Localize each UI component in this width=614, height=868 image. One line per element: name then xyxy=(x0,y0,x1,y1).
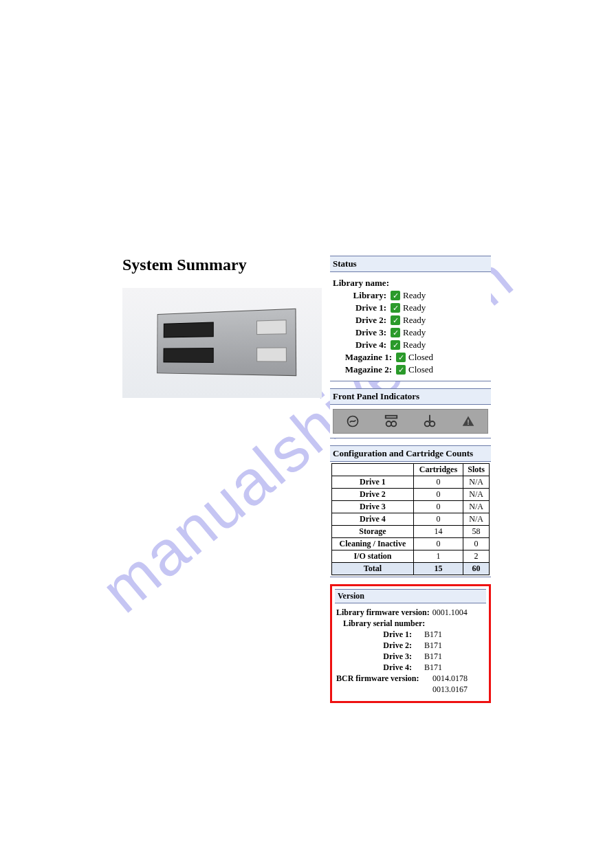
table-row: Storage1458 xyxy=(332,526,490,538)
config-col-slots: Slots xyxy=(463,464,490,476)
status-panel: Status Library name: Library: ✓ Ready Dr… xyxy=(330,256,491,381)
lib-fw-row: Library firmware version: 0001.1004 xyxy=(336,608,485,618)
lib-serial-label: Library serial number: xyxy=(343,619,425,629)
version-drive-row: Drive 3:B171 xyxy=(364,652,485,662)
front-panel-indicators-panel: Front Panel Indicators xyxy=(330,388,491,438)
config-panel: Configuration and Cartridge Counts Cartr… xyxy=(330,445,491,577)
table-row: Drive 30N/A xyxy=(332,501,490,513)
check-icon: ✓ xyxy=(391,340,400,350)
bcr-fw-row: BCR firmware version: 0014.0178 xyxy=(336,674,485,684)
svg-point-7 xyxy=(429,420,431,422)
lib-serial-row: Library serial number: xyxy=(336,619,485,629)
table-row: Cleaning / Inactive00 xyxy=(332,538,490,550)
bcr-fw-label: BCR firmware version: xyxy=(336,674,432,684)
activity-icon xyxy=(422,414,437,429)
status-row: Drive 3: ✓ Ready xyxy=(333,327,488,338)
svg-point-6 xyxy=(430,421,435,426)
version-drive-row: Drive 1:B171 xyxy=(364,630,485,640)
status-row: Drive 2: ✓ Ready xyxy=(333,315,488,326)
table-row: Drive 40N/A xyxy=(332,513,490,526)
status-value: Ready xyxy=(403,302,426,313)
status-key: Library: xyxy=(333,290,391,301)
bcr-fw-value: 0014.0178 xyxy=(432,674,468,684)
status-row: Magazine 1: ✓ Closed xyxy=(333,352,488,363)
system-summary-page: System Summary Status Library name: Libr… xyxy=(122,256,491,703)
status-row: Magazine 2: ✓ Closed xyxy=(333,364,488,375)
page-title: System Summary xyxy=(122,256,322,274)
check-icon: ✓ xyxy=(391,328,400,337)
library-name-label: Library name: xyxy=(333,278,389,289)
status-row: Drive 4: ✓ Ready xyxy=(333,340,488,350)
table-row: I/O station12 xyxy=(332,550,490,563)
table-row: Drive 20N/A xyxy=(332,489,490,501)
version-panel: Version Library firmware version: 0001.1… xyxy=(330,584,491,703)
config-table: Cartridges Slots Drive 10N/A Drive 20N/A… xyxy=(331,463,490,575)
svg-rect-9 xyxy=(468,423,469,425)
status-header: Status xyxy=(330,256,491,272)
check-icon: ✓ xyxy=(391,303,400,313)
status-value: Closed xyxy=(408,364,433,375)
tape-icon xyxy=(384,414,399,429)
front-panel-header: Front Panel Indicators xyxy=(330,389,491,405)
warning-icon xyxy=(461,414,476,429)
check-icon: ✓ xyxy=(391,291,400,300)
check-icon: ✓ xyxy=(396,365,406,375)
status-row: Drive 1: ✓ Ready xyxy=(333,302,488,313)
status-key: Drive 2: xyxy=(333,315,391,326)
status-value: Ready xyxy=(403,315,426,326)
status-row: Library: ✓ Ready xyxy=(333,290,488,301)
status-value: Ready xyxy=(403,290,426,301)
bcr-fw-value-2: 0013.0167 xyxy=(432,685,468,695)
version-header: Version xyxy=(335,589,486,603)
svg-point-3 xyxy=(391,421,396,426)
version-drive-row: Drive 2:B171 xyxy=(364,641,485,651)
device-image xyxy=(122,288,322,398)
config-header: Configuration and Cartridge Counts xyxy=(330,446,491,462)
table-row: Drive 10N/A xyxy=(332,476,490,489)
status-value: Ready xyxy=(403,327,426,338)
power-icon xyxy=(345,414,360,429)
status-key: Drive 3: xyxy=(333,327,391,338)
config-col-blank xyxy=(332,464,414,476)
indicator-row xyxy=(333,409,488,434)
version-drive-row: Drive 4:B171 xyxy=(364,663,485,673)
status-key: Drive 4: xyxy=(333,340,391,350)
status-key: Magazine 1: xyxy=(333,352,396,363)
lib-fw-value: 0001.1004 xyxy=(432,608,468,618)
status-key: Drive 1: xyxy=(333,302,391,313)
svg-point-2 xyxy=(386,421,391,426)
check-icon: ✓ xyxy=(396,353,406,362)
svg-rect-1 xyxy=(386,416,397,419)
lib-fw-label: Library firmware version: xyxy=(336,608,432,618)
svg-rect-8 xyxy=(468,420,469,423)
table-row-total: Total1560 xyxy=(332,563,490,575)
config-col-cartridges: Cartridges xyxy=(413,464,463,476)
svg-point-5 xyxy=(425,421,430,426)
bcr-fw-row-2: 0013.0167 xyxy=(336,685,485,695)
status-value: Closed xyxy=(408,352,433,363)
check-icon: ✓ xyxy=(391,315,400,325)
status-value: Ready xyxy=(403,340,426,350)
status-key: Magazine 2: xyxy=(333,364,396,375)
